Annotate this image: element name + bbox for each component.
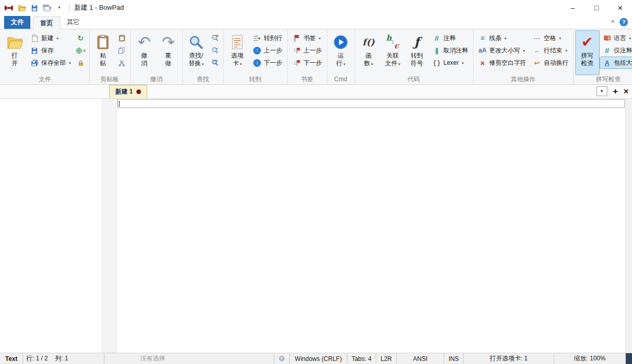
resize-grip[interactable] [626,353,632,364]
close-tab-icon: × [624,87,628,96]
include-uppercase-label: 包括大写 [614,59,632,67]
lexer-button[interactable]: { } Lexer ▾ [429,57,471,69]
ribbon-tab-other[interactable]: 其它 [60,16,86,29]
document-tab[interactable]: 新建 1 [109,85,147,98]
qat-customize-button[interactable]: ▾ [53,2,65,14]
editor-area [0,99,632,353]
lines-button[interactable]: ≡ 线条 ▾ [475,32,530,44]
redo-button[interactable]: ↷ 重 做 [156,30,181,75]
dropdown-icon: ▾ [505,37,507,40]
lexer-label: Lexer [444,59,459,66]
language-button[interactable]: 语言 ▾ [600,32,632,44]
editor-left-margin [0,99,102,353]
status-encoding[interactable]: ANSI [397,353,444,364]
comment-button[interactable]: // 注释 [429,32,471,44]
vertical-scrollbar[interactable] [625,99,632,353]
tabs-button[interactable]: 选项 卡▾ [225,30,250,75]
ribbon-group-spellcheck: ✔ 拼写 检查 语言 ▾ // 仅注释 A 包括大写 [574,30,632,84]
minimize-button[interactable]: – [561,0,585,15]
qat-tab-list-button[interactable]: ▾ [41,2,53,14]
collapse-ribbon-button[interactable]: ^ [611,20,615,25]
trim-whitespace-button[interactable]: × 修剪空白字符 [475,57,530,69]
encoding-button[interactable]: ▾ [74,44,87,57]
change-case-button[interactable]: aA 更改大小写 ▾ [475,44,530,57]
new-tab-button[interactable]: + [613,87,618,96]
word-wrap-button[interactable]: ↩ 自动换行 [530,57,572,69]
minimize-icon: – [571,4,575,11]
line-number-gutter[interactable] [102,99,117,353]
bookmark-next-button[interactable]: ↓ 下一步 [289,57,325,69]
search-icon [188,32,204,52]
open-button[interactable]: 打 开 [3,30,27,75]
bookmark-previous-button[interactable]: ↑ 上一步 [289,44,325,57]
ribbon-group-goto: 选项 卡▾ 转到行 ↑ 上一步 ↓ 下一步 转 [224,30,288,84]
goto-line-button[interactable]: 转到行 [250,32,286,44]
line-endings-label: 行结束 [544,46,563,55]
language-book-icon [603,35,612,41]
bookmark-button[interactable]: 书签 ▾ [289,32,325,44]
arrow-up-circle-icon: ↑ [253,47,261,54]
goto-line-icon [253,35,262,42]
status-text-direction[interactable]: L2R [376,353,397,364]
save-button[interactable]: 保存 [27,44,74,57]
run-icon [333,32,348,52]
goto-symbol-button[interactable]: ƒ 转到 符号 [405,30,429,75]
ribbon-tab-file[interactable]: 文件 [4,16,30,29]
run-button[interactable]: 运 行▾ [329,30,353,75]
reload-button[interactable]: ↻ [74,32,87,44]
goto-previous-button[interactable]: ↑ 上一步 [250,44,286,57]
find-mark-button[interactable] [208,32,222,44]
status-tab-size[interactable]: Tabs: 4 [347,353,376,364]
close-tab-button[interactable]: × [624,87,628,96]
ribbon-tab-home[interactable]: 首页 [33,16,60,29]
open-folder-icon [7,32,23,52]
tab-list-dropdown-button[interactable]: ▼ [596,86,607,96]
status-zoom[interactable]: 缩放: 100% [554,353,626,364]
readonly-lock-button[interactable] [74,57,87,69]
status-open-tabs[interactable]: 打开选项卡: 1 [464,353,554,364]
whitespace-button[interactable]: ··· 空格 ▾ [530,32,572,44]
paste-button[interactable]: 粘 贴 [91,30,115,75]
new-button[interactable]: 新建 ▾ [27,32,74,44]
spellcheck-label-1: 拼写 [581,52,593,60]
paste-label-2: 贴 [100,60,106,67]
save-icon [31,4,38,11]
status-eol-format[interactable]: Windows (CRLF) [290,353,347,364]
status-bar: Text 行: 1 / 2 列: 1 没有选择 Windows (CRLF) T… [0,353,632,364]
undo-label-1: 撤 [141,52,147,60]
qat-open-button[interactable] [16,2,28,14]
text-editing-surface[interactable] [117,99,625,353]
related-files-button[interactable]: h ↕ c 关联 文件▾ [381,30,405,75]
find-next-button[interactable] [208,57,222,69]
include-uppercase-button[interactable]: A 包括大写 [600,57,632,69]
save-label: 保存 [41,46,54,55]
find-previous-button[interactable] [208,44,222,57]
find-replace-button[interactable]: 查找/ 替换▾ [184,30,208,75]
goto-next-button[interactable]: ↓ 下一步 [250,57,286,69]
copy-button[interactable] [115,44,129,57]
text-caret [119,101,119,107]
dropdown-icon: ▾ [559,37,561,40]
help-button[interactable]: ? [620,18,628,26]
clipboard-icon [96,32,110,52]
goto-previous-label: 上一步 [264,46,283,55]
undo-button[interactable]: ↶ 撤 消 [132,30,156,75]
ribbon-tab-row: 文件 首页 其它 ^ ? [0,15,632,29]
functions-button[interactable]: f() 函 数▾ [357,30,381,75]
uncomment-button[interactable]: ∦ 取消注释 [429,44,471,57]
group-label-cmd: Cmd [329,75,353,84]
line-endings-button[interactable]: ← 行结束 ▾ [530,44,572,57]
save-all-button[interactable]: 保存全部 ▾ [27,57,74,69]
paste-special-button[interactable] [115,32,129,44]
cut-button[interactable] [115,57,129,69]
qat-save-button[interactable] [28,2,41,14]
maximize-button[interactable]: □ [585,0,608,15]
status-insert-mode[interactable]: INS [444,353,464,364]
group-label-spellcheck: 拼写检查 [575,75,632,84]
status-lexer-indicator[interactable] [274,353,290,364]
comments-only-button[interactable]: // 仅注释 [600,44,632,57]
status-doctype[interactable]: Text [0,353,23,364]
whitespace-label: 空格 [544,34,556,43]
close-button[interactable]: × [608,0,632,15]
spellcheck-button[interactable]: ✔ 拼写 检查 [575,30,600,75]
